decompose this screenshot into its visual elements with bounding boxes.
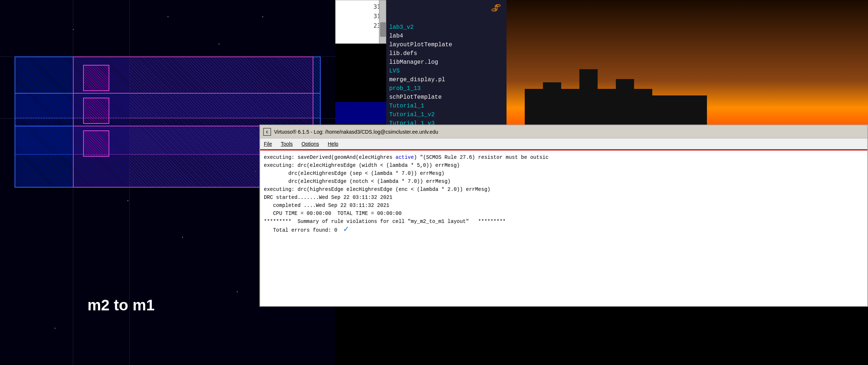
layout-label: m2 to m1 <box>87 297 155 314</box>
log-line-5: DRC started.......Wed Sep 22 03:11:32 20… <box>264 193 864 201</box>
log-line-7: CPU TIME = 00:00:00 TOTAL TIME = 00:00:0… <box>264 209 864 217</box>
file-list-item[interactable]: lab3_v2 <box>386 23 507 32</box>
menu-tools[interactable]: Tools <box>281 141 293 147</box>
log-line-9: Total errors found: 0 ✓ <box>264 225 864 234</box>
virtuoso-menubar: File Tools Options Help <box>260 138 867 149</box>
paperclip-icon: 🖇 <box>491 2 501 14</box>
file-list-item[interactable]: Tutorial_1_v2 <box>386 110 507 119</box>
log-line-3: drc(elecHighresEdge (notch < (lambda * 7… <box>264 177 864 185</box>
navigation-box <box>335 102 386 124</box>
virtuoso-window: c Virtuoso® 6.1.5 - Log: /home/nakasd3/C… <box>259 125 868 307</box>
menu-file[interactable]: File <box>264 141 272 147</box>
log-line-4: executing: drc(highresEdge elecHighresEd… <box>264 185 864 193</box>
window-icon: c <box>263 128 271 136</box>
magenta-square-1 <box>83 65 109 91</box>
file-list-panel: 🖇 lab3_v2lab4layoutPlotTemplatelib.defsl… <box>386 0 507 135</box>
file-list-item[interactable]: lib.defs <box>386 49 507 58</box>
virtuoso-log-content: executing: saveDerived(geomAnd(elecHighr… <box>260 149 867 306</box>
window-title: Virtuoso® 6.1.5 - Log: /home/nakasd3/CDS… <box>274 129 438 135</box>
log-line-0: executing: saveDerived(geomAnd(elecHighr… <box>264 153 864 161</box>
log-line-1: executing: drc(elecHighresEdge (width < … <box>264 161 864 169</box>
file-list-item[interactable]: merge_display.pl <box>386 75 507 84</box>
file-list-item[interactable]: prob_1_13 <box>386 84 507 93</box>
menu-help[interactable]: Help <box>328 141 339 147</box>
file-list-item[interactable]: schPlotTemplate <box>386 93 507 102</box>
menu-options[interactable]: Options <box>301 141 319 147</box>
file-list-item[interactable]: lab4 <box>386 32 507 40</box>
file-numbers-panel: 31k 31k 23k <box>335 0 386 44</box>
file-list-item[interactable]: libManager.log <box>386 58 507 67</box>
scrollbar-thumb[interactable] <box>380 22 386 37</box>
virtuoso-titlebar: c Virtuoso® 6.1.5 - Log: /home/nakasd3/C… <box>260 125 867 138</box>
log-line-2: drc(elecHighresEdge (sep < (lambda * 7.0… <box>264 169 864 177</box>
log-line-8: ********* Summary of rule violations for… <box>264 217 864 225</box>
magenta-square-3 <box>83 130 109 157</box>
log-line-6: completed ....Wed Sep 22 03:11:32 2021 <box>264 201 864 209</box>
file-list-item[interactable]: Tutorial_1 <box>386 102 507 110</box>
file-list-item[interactable]: layoutPlotTemplate <box>386 40 507 49</box>
file-list-item[interactable]: LVS <box>386 67 507 75</box>
photo-background <box>507 0 868 135</box>
scrollbar[interactable] <box>379 0 386 44</box>
magenta-square-2 <box>83 98 109 124</box>
